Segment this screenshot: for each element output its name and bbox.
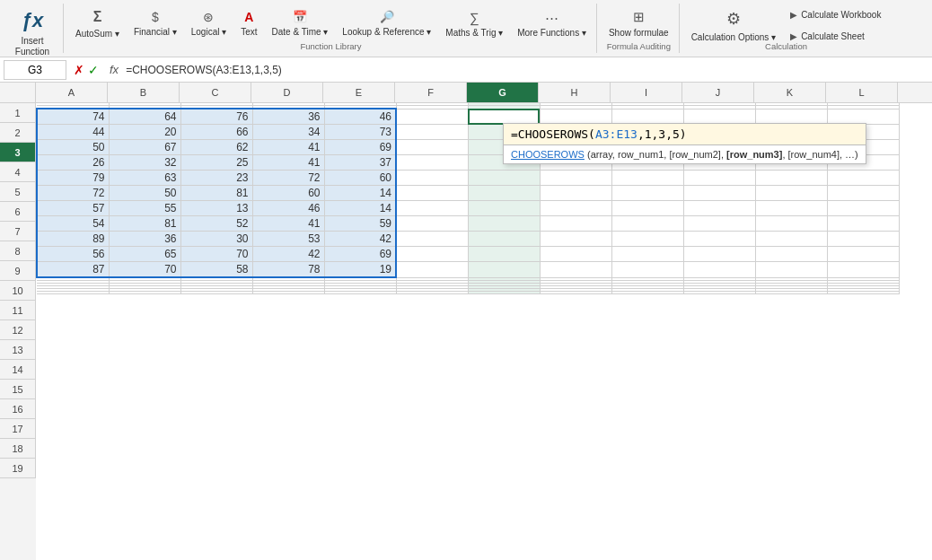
- cell-G9[interactable]: [468, 201, 540, 216]
- cell-F13[interactable]: [396, 262, 468, 278]
- cell-C9[interactable]: 13: [180, 201, 252, 216]
- row-num-3[interactable]: 3: [0, 143, 36, 162]
- cell-K19[interactable]: [755, 292, 827, 294]
- cell-B12[interactable]: 65: [109, 247, 180, 262]
- cell-A19[interactable]: [37, 292, 109, 294]
- row-num-18[interactable]: 18: [0, 439, 36, 459]
- cell-D7[interactable]: 72: [252, 171, 324, 186]
- lookup-reference-button[interactable]: 🔎 Lookup & Reference ▾: [336, 5, 437, 42]
- row-num-9[interactable]: 9: [0, 261, 36, 281]
- col-header-A[interactable]: A: [36, 83, 108, 102]
- cell-I13[interactable]: [611, 262, 683, 278]
- cell-L8[interactable]: [827, 186, 899, 201]
- cell-F3[interactable]: [396, 109, 468, 125]
- cell-D4[interactable]: 34: [252, 125, 324, 140]
- cell-K12[interactable]: [755, 247, 827, 262]
- ac-function-link[interactable]: CHOOSEROWS: [511, 149, 585, 160]
- cell-E11[interactable]: 42: [324, 232, 396, 247]
- cell-E3[interactable]: 46: [324, 109, 396, 125]
- cell-E13[interactable]: 19: [324, 262, 396, 278]
- col-header-E[interactable]: E: [323, 83, 395, 102]
- cell-F6[interactable]: [396, 155, 468, 171]
- confirm-icon[interactable]: ✓: [88, 63, 99, 77]
- cell-A9[interactable]: 57: [37, 201, 109, 216]
- cell-B5[interactable]: 67: [109, 140, 180, 155]
- cell-C3[interactable]: 76: [180, 109, 252, 125]
- cell-A4[interactable]: 44: [37, 125, 109, 140]
- cell-G13[interactable]: [468, 262, 540, 278]
- cell-L13[interactable]: [827, 262, 899, 278]
- row-num-13[interactable]: 13: [0, 340, 36, 360]
- row-num-6[interactable]: 6: [0, 202, 36, 222]
- cell-F9[interactable]: [396, 201, 468, 216]
- cell-D8[interactable]: 60: [252, 186, 324, 201]
- cell-C6[interactable]: 25: [180, 155, 252, 171]
- row-num-5[interactable]: 5: [0, 182, 36, 202]
- col-header-F[interactable]: F: [395, 83, 467, 102]
- cell-D13[interactable]: 78: [252, 262, 324, 278]
- autosum-button[interactable]: Σ AutoSum ▾: [69, 5, 126, 42]
- cell-A7[interactable]: 79: [37, 171, 109, 186]
- cell-D19[interactable]: [252, 292, 324, 294]
- cell-A6[interactable]: 26: [37, 155, 109, 171]
- col-header-B[interactable]: B: [108, 83, 180, 102]
- cell-C4[interactable]: 66: [180, 125, 252, 140]
- cell-K3[interactable]: [755, 109, 827, 125]
- row-num-15[interactable]: 15: [0, 380, 36, 399]
- cell-A13[interactable]: 87: [37, 262, 109, 278]
- formula-input[interactable]: [126, 60, 928, 80]
- cell-B19[interactable]: [109, 292, 180, 294]
- cell-B7[interactable]: 63: [109, 171, 180, 186]
- cell-C19[interactable]: [180, 292, 252, 294]
- cell-E10[interactable]: 59: [324, 216, 396, 232]
- col-header-D[interactable]: D: [251, 83, 323, 102]
- cell-I9[interactable]: [611, 201, 683, 216]
- cell-F10[interactable]: [396, 216, 468, 232]
- row-num-7[interactable]: 7: [0, 222, 36, 241]
- cell-C13[interactable]: 58: [180, 262, 252, 278]
- cell-K9[interactable]: [755, 201, 827, 216]
- cell-A5[interactable]: 50: [37, 140, 109, 155]
- cell-K7[interactable]: [755, 171, 827, 186]
- col-header-I[interactable]: I: [611, 83, 682, 102]
- cell-C5[interactable]: 62: [180, 140, 252, 155]
- cell-E9[interactable]: 14: [324, 201, 396, 216]
- cell-D11[interactable]: 53: [252, 232, 324, 247]
- cell-L11[interactable]: [827, 232, 899, 247]
- cell-K8[interactable]: [755, 186, 827, 201]
- cell-F4[interactable]: [396, 125, 468, 140]
- cell-J3[interactable]: [683, 109, 755, 125]
- cell-F8[interactable]: [396, 186, 468, 201]
- cell-G7[interactable]: [468, 171, 540, 186]
- row-num-14[interactable]: 14: [0, 360, 36, 380]
- cell-J13[interactable]: [683, 262, 755, 278]
- cell-K11[interactable]: [755, 232, 827, 247]
- cell-H11[interactable]: [540, 232, 611, 247]
- cell-G8[interactable]: [468, 186, 540, 201]
- more-functions-button[interactable]: ⋯ More Functions ▾: [511, 5, 593, 42]
- cell-J10[interactable]: [683, 216, 755, 232]
- cell-D5[interactable]: 41: [252, 140, 324, 155]
- cell-L9[interactable]: [827, 201, 899, 216]
- cell-J12[interactable]: [683, 247, 755, 262]
- cell-B4[interactable]: 20: [109, 125, 180, 140]
- calculate-workbook-button[interactable]: ▶ Calculate Workbook: [784, 5, 887, 25]
- row-num-19[interactable]: 19: [0, 459, 36, 478]
- cell-D10[interactable]: 41: [252, 216, 324, 232]
- cell-G19[interactable]: [468, 292, 540, 294]
- cell-J7[interactable]: [683, 171, 755, 186]
- cell-I11[interactable]: [611, 232, 683, 247]
- cell-D3[interactable]: 36: [252, 109, 324, 125]
- cell-A12[interactable]: 56: [37, 247, 109, 262]
- cell-reference-box[interactable]: G3: [4, 60, 66, 80]
- cell-B6[interactable]: 32: [109, 155, 180, 171]
- cell-H10[interactable]: [540, 216, 611, 232]
- cell-K10[interactable]: [755, 216, 827, 232]
- cell-I10[interactable]: [611, 216, 683, 232]
- cancel-icon[interactable]: ✗: [74, 63, 84, 77]
- cell-L7[interactable]: [827, 171, 899, 186]
- cell-D6[interactable]: 41: [252, 155, 324, 171]
- financial-button[interactable]: $ Financial ▾: [127, 5, 183, 42]
- cell-L19[interactable]: [827, 292, 899, 294]
- cell-A11[interactable]: 89: [37, 232, 109, 247]
